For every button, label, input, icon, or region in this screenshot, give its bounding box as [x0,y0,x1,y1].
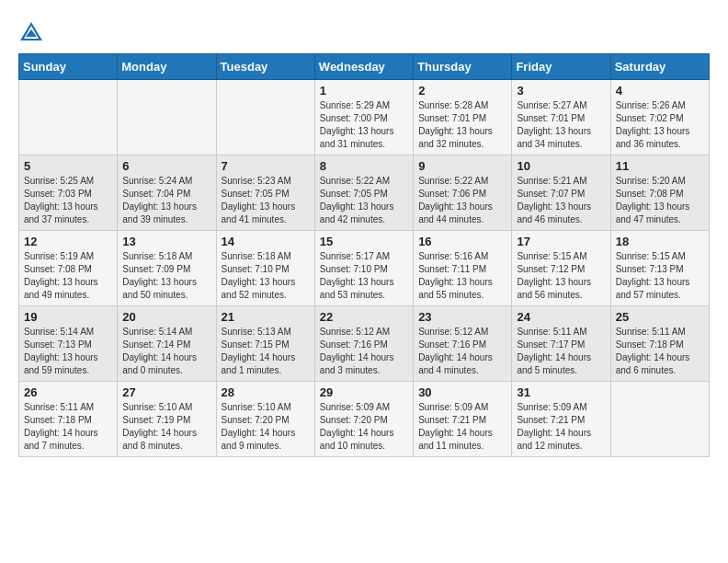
day-info: Sunrise: 5:23 AM Sunset: 7:05 PM Dayligh… [222,175,310,226]
day-info: Sunrise: 5:25 AM Sunset: 7:03 PM Dayligh… [24,175,112,226]
day-info: Sunrise: 5:12 AM Sunset: 7:16 PM Dayligh… [418,326,506,377]
weekday-header: Saturday [610,54,709,80]
day-number: 3 [517,84,605,98]
calendar-cell: 23Sunrise: 5:12 AM Sunset: 7:16 PM Dayli… [414,306,512,382]
calendar-cell: 27Sunrise: 5:10 AM Sunset: 7:19 PM Dayli… [118,382,216,457]
calendar-cell: 25Sunrise: 5:11 AM Sunset: 7:18 PM Dayli… [610,306,709,382]
day-number: 23 [418,310,506,324]
calendar-cell: 1Sunrise: 5:29 AM Sunset: 7:00 PM Daylig… [314,80,413,155]
day-info: Sunrise: 5:18 AM Sunset: 7:09 PM Dayligh… [122,250,210,302]
day-info: Sunrise: 5:09 AM Sunset: 7:21 PM Dayligh… [418,401,506,453]
calendar-cell: 16Sunrise: 5:16 AM Sunset: 7:11 PM Dayli… [414,231,512,306]
day-number: 8 [320,159,408,173]
day-number: 18 [616,235,704,248]
weekday-header: Tuesday [216,54,314,80]
calendar-cell [610,382,709,457]
weekday-header: Monday [118,54,216,80]
calendar-week-row: 5Sunrise: 5:25 AM Sunset: 7:03 PM Daylig… [19,155,710,231]
day-number: 2 [418,84,506,98]
calendar-cell: 14Sunrise: 5:18 AM Sunset: 7:10 PM Dayli… [216,231,314,306]
day-number: 12 [24,235,112,248]
day-number: 6 [122,159,210,173]
day-info: Sunrise: 5:22 AM Sunset: 7:06 PM Dayligh… [418,175,506,226]
calendar-cell [19,80,118,155]
calendar-cell: 20Sunrise: 5:14 AM Sunset: 7:14 PM Dayli… [118,306,216,382]
day-number: 13 [122,235,210,248]
weekday-header: Thursday [414,54,512,80]
day-number: 21 [222,310,310,324]
day-info: Sunrise: 5:11 AM Sunset: 7:17 PM Dayligh… [517,326,605,377]
calendar-cell: 24Sunrise: 5:11 AM Sunset: 7:17 PM Dayli… [512,306,610,382]
day-number: 27 [122,385,210,399]
weekday-row: SundayMondayTuesdayWednesdayThursdayFrid… [19,54,710,80]
day-info: Sunrise: 5:14 AM Sunset: 7:14 PM Dayligh… [122,326,210,377]
day-number: 14 [222,235,310,248]
calendar-cell: 9Sunrise: 5:22 AM Sunset: 7:06 PM Daylig… [414,155,512,231]
day-number: 7 [222,159,310,173]
day-info: Sunrise: 5:26 AM Sunset: 7:02 PM Dayligh… [616,99,704,151]
day-info: Sunrise: 5:11 AM Sunset: 7:18 PM Dayligh… [24,401,112,453]
calendar-cell: 12Sunrise: 5:19 AM Sunset: 7:08 PM Dayli… [19,231,118,306]
day-info: Sunrise: 5:19 AM Sunset: 7:08 PM Dayligh… [24,250,112,302]
calendar-cell: 28Sunrise: 5:10 AM Sunset: 7:20 PM Dayli… [216,382,314,457]
calendar-week-row: 26Sunrise: 5:11 AM Sunset: 7:18 PM Dayli… [19,382,710,457]
calendar-cell: 3Sunrise: 5:27 AM Sunset: 7:01 PM Daylig… [512,80,610,155]
weekday-header: Wednesday [314,54,413,80]
day-number: 22 [320,310,408,324]
day-info: Sunrise: 5:28 AM Sunset: 7:01 PM Dayligh… [418,99,506,151]
day-info: Sunrise: 5:12 AM Sunset: 7:16 PM Dayligh… [320,326,408,377]
day-number: 5 [24,159,112,173]
day-info: Sunrise: 5:11 AM Sunset: 7:18 PM Dayligh… [616,326,704,377]
day-info: Sunrise: 5:09 AM Sunset: 7:21 PM Dayligh… [517,401,605,453]
day-number: 29 [320,385,408,399]
calendar-cell: 18Sunrise: 5:15 AM Sunset: 7:13 PM Dayli… [610,231,709,306]
logo [18,18,48,44]
day-info: Sunrise: 5:10 AM Sunset: 7:19 PM Dayligh… [122,401,210,453]
calendar-cell: 13Sunrise: 5:18 AM Sunset: 7:09 PM Dayli… [118,231,216,306]
day-number: 25 [616,310,704,324]
day-info: Sunrise: 5:20 AM Sunset: 7:08 PM Dayligh… [616,175,704,226]
day-info: Sunrise: 5:15 AM Sunset: 7:13 PM Dayligh… [616,250,704,302]
calendar-cell: 21Sunrise: 5:13 AM Sunset: 7:15 PM Dayli… [216,306,314,382]
day-number: 31 [517,385,605,399]
day-number: 16 [418,235,506,248]
day-info: Sunrise: 5:22 AM Sunset: 7:05 PM Dayligh… [320,175,408,226]
day-number: 11 [616,159,704,173]
calendar-week-row: 19Sunrise: 5:14 AM Sunset: 7:13 PM Dayli… [19,306,710,382]
calendar-cell: 29Sunrise: 5:09 AM Sunset: 7:20 PM Dayli… [314,382,413,457]
day-info: Sunrise: 5:24 AM Sunset: 7:04 PM Dayligh… [122,175,210,226]
calendar-cell: 5Sunrise: 5:25 AM Sunset: 7:03 PM Daylig… [19,155,118,231]
day-number: 15 [320,235,408,248]
calendar-body: 1Sunrise: 5:29 AM Sunset: 7:00 PM Daylig… [19,80,710,457]
day-info: Sunrise: 5:17 AM Sunset: 7:10 PM Dayligh… [320,250,408,302]
day-number: 9 [418,159,506,173]
day-number: 26 [24,385,112,399]
day-info: Sunrise: 5:13 AM Sunset: 7:15 PM Dayligh… [222,326,310,377]
day-number: 10 [517,159,605,173]
calendar-header: SundayMondayTuesdayWednesdayThursdayFrid… [19,54,710,80]
calendar-cell: 26Sunrise: 5:11 AM Sunset: 7:18 PM Dayli… [19,382,118,457]
calendar-cell: 22Sunrise: 5:12 AM Sunset: 7:16 PM Dayli… [314,306,413,382]
calendar-cell: 30Sunrise: 5:09 AM Sunset: 7:21 PM Dayli… [414,382,512,457]
calendar-cell: 10Sunrise: 5:21 AM Sunset: 7:07 PM Dayli… [512,155,610,231]
day-number: 24 [517,310,605,324]
calendar-week-row: 12Sunrise: 5:19 AM Sunset: 7:08 PM Dayli… [19,231,710,306]
calendar-cell [118,80,216,155]
calendar-cell: 19Sunrise: 5:14 AM Sunset: 7:13 PM Dayli… [19,306,118,382]
day-number: 1 [320,84,408,98]
calendar-cell: 17Sunrise: 5:15 AM Sunset: 7:12 PM Dayli… [512,231,610,306]
calendar-cell: 6Sunrise: 5:24 AM Sunset: 7:04 PM Daylig… [118,155,216,231]
calendar-table: SundayMondayTuesdayWednesdayThursdayFrid… [18,53,710,457]
day-number: 30 [418,385,506,399]
day-number: 20 [122,310,210,324]
day-info: Sunrise: 5:27 AM Sunset: 7:01 PM Dayligh… [517,99,605,151]
day-info: Sunrise: 5:10 AM Sunset: 7:20 PM Dayligh… [222,401,310,453]
weekday-header: Friday [512,54,610,80]
calendar-cell: 8Sunrise: 5:22 AM Sunset: 7:05 PM Daylig… [314,155,413,231]
logo-icon [18,18,44,44]
calendar-week-row: 1Sunrise: 5:29 AM Sunset: 7:00 PM Daylig… [19,80,710,155]
day-info: Sunrise: 5:16 AM Sunset: 7:11 PM Dayligh… [418,250,506,302]
day-info: Sunrise: 5:15 AM Sunset: 7:12 PM Dayligh… [517,250,605,302]
day-info: Sunrise: 5:21 AM Sunset: 7:07 PM Dayligh… [517,175,605,226]
calendar-cell: 2Sunrise: 5:28 AM Sunset: 7:01 PM Daylig… [414,80,512,155]
